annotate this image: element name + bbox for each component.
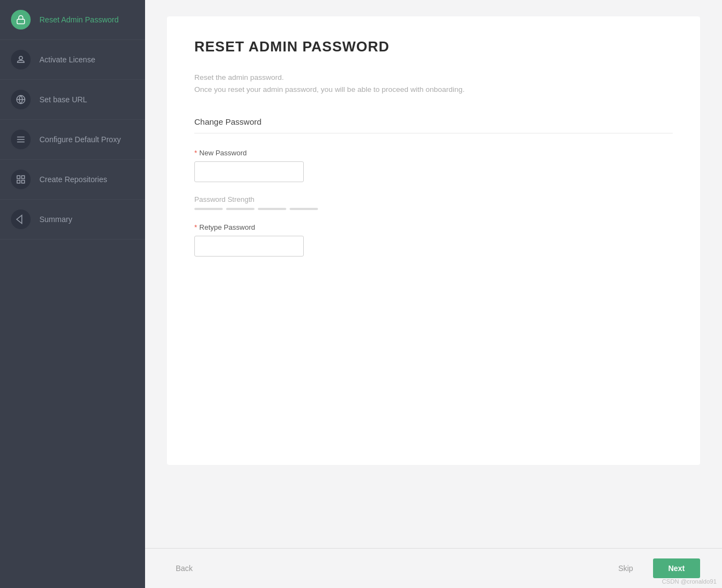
strength-bar-1 [194, 208, 223, 210]
sidebar-icon-reset-admin-password [11, 10, 31, 30]
sidebar-icon-create-repositories [11, 170, 31, 189]
next-button[interactable]: Next [653, 558, 700, 578]
svg-rect-9 [22, 181, 25, 183]
strength-bars [194, 208, 673, 210]
sidebar-icon-activate-license [11, 50, 31, 69]
retype-password-input[interactable] [194, 236, 304, 257]
new-password-group: *New Password [194, 149, 673, 182]
page-title: RESET ADMIN PASSWORD [194, 38, 673, 55]
watermark: CSDN @cronaldo91 [662, 578, 717, 585]
footer: Back Skip Next [145, 548, 722, 588]
sidebar-item-create-repositories[interactable]: Create Repositories [0, 160, 145, 200]
sidebar-item-configure-default-proxy[interactable]: Configure Default Proxy [0, 120, 145, 160]
strength-bar-3 [258, 208, 286, 210]
sidebar-label-activate-license: Activate License [39, 55, 95, 64]
sidebar-item-set-base-url[interactable]: Set base URL [0, 80, 145, 120]
main-content: RESET ADMIN PASSWORD Reset the admin pas… [145, 0, 722, 588]
password-strength-label: Password Strength [194, 195, 673, 203]
retype-password-required: * [194, 223, 197, 231]
retype-password-label: *Retype Password [194, 223, 673, 231]
new-password-label: *New Password [194, 149, 673, 157]
svg-rect-8 [17, 181, 20, 183]
new-password-required: * [194, 149, 197, 157]
password-strength-group: Password Strength [194, 195, 673, 210]
sidebar-icon-summary [11, 209, 31, 229]
svg-rect-6 [17, 176, 20, 178]
sidebar: Reset Admin PasswordActivate LicenseSet … [0, 0, 145, 588]
description-line2: Once you reset your admin password, you … [194, 84, 673, 96]
skip-button[interactable]: Skip [609, 560, 642, 577]
sidebar-label-set-base-url: Set base URL [39, 95, 87, 104]
sidebar-label-reset-admin-password: Reset Admin Password [39, 15, 119, 24]
strength-bar-4 [290, 208, 318, 210]
svg-rect-0 [17, 19, 25, 24]
sidebar-item-activate-license[interactable]: Activate License [0, 40, 145, 80]
page-description: Reset the admin password. Once you reset… [194, 72, 673, 95]
back-button[interactable]: Back [167, 560, 201, 577]
description-line1: Reset the admin password. [194, 72, 673, 84]
sidebar-label-create-repositories: Create Repositories [39, 175, 107, 184]
sidebar-item-reset-admin-password[interactable]: Reset Admin Password [0, 0, 145, 40]
content-area: RESET ADMIN PASSWORD Reset the admin pas… [145, 0, 722, 548]
section-title: Change Password [194, 117, 673, 133]
sidebar-icon-set-base-url [11, 90, 31, 109]
svg-rect-7 [22, 176, 25, 178]
sidebar-item-summary[interactable]: Summary [0, 200, 145, 240]
main-card: RESET ADMIN PASSWORD Reset the admin pas… [167, 16, 700, 465]
svg-point-1 [19, 56, 22, 60]
new-password-input[interactable] [194, 161, 304, 182]
svg-marker-10 [17, 216, 22, 224]
sidebar-icon-configure-default-proxy [11, 130, 31, 149]
sidebar-label-configure-default-proxy: Configure Default Proxy [39, 135, 121, 144]
footer-right: Skip Next [609, 558, 700, 578]
sidebar-label-summary: Summary [39, 215, 72, 224]
retype-password-group: *Retype Password [194, 223, 673, 257]
strength-bar-2 [226, 208, 255, 210]
